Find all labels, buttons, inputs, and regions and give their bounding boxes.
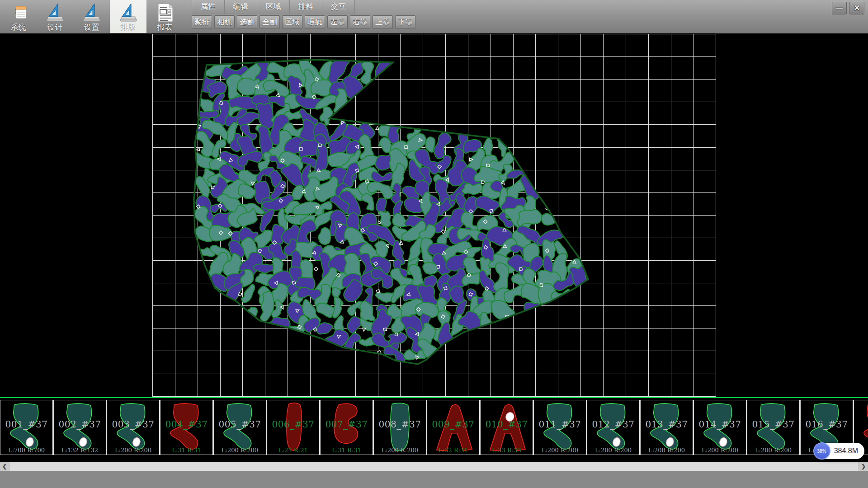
- piece-name: 0: [854, 419, 868, 430]
- piece-thumbnail[interactable]: 012_#37L:200 R:200: [587, 400, 640, 455]
- status-bar: [0, 471, 868, 488]
- piece-name: 011_#37: [534, 419, 586, 430]
- memory-value: 384.8M: [834, 447, 858, 455]
- piece-name: 006_#37: [267, 419, 319, 430]
- piece-name: 004_#37: [160, 419, 212, 430]
- tool-button-align-left[interactable]: 左靠: [327, 15, 348, 29]
- design-ruler-icon: [45, 2, 66, 23]
- piece-lr-values: L:31 R:31: [321, 447, 373, 454]
- tool-button-align-top[interactable]: 上靠: [373, 15, 393, 29]
- menu-tab-region[interactable]: 区域: [257, 0, 290, 14]
- settings-ruler-icon: [81, 2, 102, 23]
- nav-button-layout[interactable]: 排版: [110, 0, 146, 33]
- nav-button-label: 排版: [121, 23, 136, 32]
- piece-lr-values: L:33 R:33: [481, 447, 533, 454]
- main-toolbar: ⚙系统设计设置排版报表 属性编辑区域排料交互 聚排相机选割全割区域瑕疵左靠右靠上…: [0, 0, 868, 34]
- piece-lr-values: L:700 R:700: [0, 447, 52, 454]
- nesting-workspace: [0, 33, 868, 397]
- piece-lr-values: L:200 R:200: [587, 447, 639, 454]
- piece-lr-values: L:31 R:31: [160, 447, 212, 454]
- piece-name: 009_#37: [427, 419, 479, 430]
- piece-thumbnail-strip: 001_#37L:700 R:700002_#37L:132 R:132003_…: [0, 397, 868, 462]
- piece-name: 002_#37: [54, 419, 106, 430]
- piece-lr-values: L:200 R:200: [107, 447, 159, 454]
- piece-lr-values: L:32 R:31: [427, 447, 479, 454]
- nav-button-report[interactable]: 报表: [146, 0, 183, 33]
- piece-lr-values: L:200 R:200: [694, 447, 746, 454]
- piece-lr-values: L:21 R:21: [267, 447, 319, 454]
- strip-divider-line: [0, 397, 868, 398]
- layout-ruler-icon: [118, 2, 139, 23]
- report-document-icon: [155, 2, 175, 23]
- piece-thumbnail[interactable]: 009_#37L:32 R:31: [427, 400, 480, 455]
- piece-name: 012_#37: [587, 419, 639, 430]
- memory-percent-indicator: 38%: [813, 442, 830, 460]
- nav-button-settings[interactable]: 设置: [73, 0, 110, 33]
- piece-lr-values: L:200 R:200: [641, 447, 693, 454]
- piece-lr-values: L:200 R:200: [214, 447, 266, 454]
- scrollbar-thumb[interactable]: [10, 462, 858, 471]
- piece-thumbnail[interactable]: 014_#37L:200 R:200: [693, 400, 747, 455]
- system-gear-icon: ⚙: [8, 2, 29, 23]
- piece-thumbnail[interactable]: 001_#37L:700 R:700: [0, 400, 53, 455]
- scroll-left-arrow-icon[interactable]: ❮: [0, 462, 9, 471]
- piece-thumbnail[interactable]: 003_#37L:200 R:200: [107, 400, 160, 455]
- piece-thumbnail[interactable]: 005_#37L:200 R:200: [213, 400, 267, 455]
- memory-badge: 38% 384.8M: [814, 443, 864, 459]
- piece-thumbnail-list: 001_#37L:700 R:700002_#37L:132 R:132003_…: [0, 400, 868, 456]
- piece-name: 014_#37: [694, 419, 746, 430]
- piece-name: 007_#37: [321, 419, 373, 430]
- piece-thumbnail[interactable]: 015_#37L:200 R:200: [747, 400, 800, 455]
- nav-button-label: 设计: [47, 23, 63, 32]
- menu-tab-interactive[interactable]: 交互: [322, 0, 355, 14]
- piece-lr-values: L:200 R:200: [747, 447, 799, 454]
- window-controls: — ✕: [832, 2, 864, 14]
- piece-name: 001_#37: [0, 419, 52, 430]
- tool-button-cluster-nest[interactable]: 聚排: [192, 15, 212, 29]
- piece-thumbnail[interactable]: 007_#37L:31 R:31: [320, 400, 373, 455]
- nav-button-label: 系统: [11, 23, 26, 32]
- piece-lr-values: L:200 R:200: [374, 447, 426, 454]
- tool-button-select-cut[interactable]: 选割: [237, 15, 257, 29]
- tool-button-align-bottom[interactable]: 下靠: [395, 15, 415, 29]
- tool-button-defect[interactable]: 瑕疵: [305, 15, 325, 29]
- piece-thumbnail[interactable]: 011_#37L:200 R:200: [533, 400, 587, 455]
- nav-button-system[interactable]: ⚙系统: [0, 0, 37, 33]
- piece-lr-values: L:132 R:132: [54, 447, 106, 454]
- piece-name: 008_#37: [374, 419, 426, 430]
- tool-button-row: 聚排相机选割全割区域瑕疵左靠右靠上靠下靠: [192, 14, 418, 30]
- piece-thumbnail[interactable]: 002_#37L:132 R:132: [53, 400, 107, 455]
- nav-button-label: 报表: [157, 23, 173, 32]
- piece-name: 013_#37: [641, 419, 693, 430]
- piece-thumbnail[interactable]: 010_#37L:33 R:33: [480, 400, 533, 455]
- scroll-right-arrow-icon[interactable]: ❯: [859, 462, 868, 471]
- menu-tab-row: 属性编辑区域排料交互: [192, 0, 418, 14]
- nav-button-design[interactable]: 设计: [37, 0, 73, 33]
- menu-tab-properties[interactable]: 属性: [192, 0, 225, 14]
- tool-button-align-right[interactable]: 右靠: [350, 15, 370, 29]
- piece-name: 015_#37: [747, 419, 799, 430]
- nav-button-label: 设置: [84, 23, 99, 32]
- piece-lr-values: L:200 R:200: [534, 447, 586, 454]
- nesting-canvas[interactable]: [0, 33, 868, 397]
- menu-tab-nesting[interactable]: 排料: [290, 0, 322, 14]
- close-button[interactable]: ✕: [849, 2, 864, 14]
- piece-name: 016_#37: [801, 419, 853, 430]
- piece-name: 003_#37: [107, 419, 159, 430]
- main-nav: ⚙系统设计设置排版报表: [0, 0, 183, 33]
- menu-tab-edit[interactable]: 编辑: [225, 0, 257, 14]
- tool-button-region[interactable]: 区域: [282, 15, 302, 29]
- horizontal-scrollbar[interactable]: ❮ ❯: [0, 462, 868, 471]
- tool-button-camera[interactable]: 相机: [214, 15, 235, 29]
- minimize-button[interactable]: —: [832, 2, 847, 14]
- piece-thumbnail[interactable]: 006_#37L:21 R:21: [267, 400, 320, 455]
- piece-thumbnail[interactable]: 008_#37L:200 R:200: [373, 400, 427, 455]
- piece-name: 010_#37: [481, 419, 533, 430]
- menu-block: 属性编辑区域排料交互 聚排相机选割全割区域瑕疵左靠右靠上靠下靠: [192, 0, 418, 30]
- piece-thumbnail[interactable]: 013_#37L:200 R:200: [640, 400, 693, 455]
- piece-name: 005_#37: [214, 419, 266, 430]
- piece-thumbnail[interactable]: 004_#37L:31 R:31: [160, 400, 213, 455]
- tool-button-cut-all[interactable]: 全割: [259, 15, 280, 29]
